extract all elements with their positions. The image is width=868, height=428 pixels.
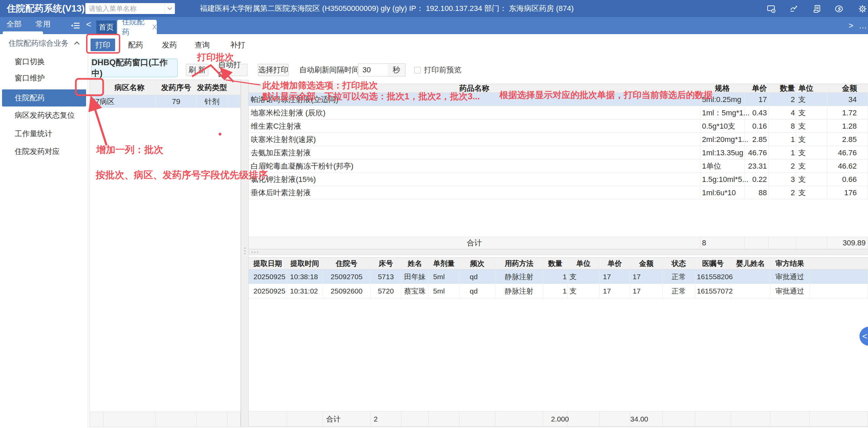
more-ellipsis-icon[interactable]: …: [859, 17, 867, 34]
ward-table-header: 病区名称 发药序号 发药类型: [90, 80, 240, 95]
sign-hand-icon[interactable]: [789, 4, 798, 13]
column-header-amount[interactable]: 金额: [827, 84, 868, 92]
sidebar-item-window-maintain[interactable]: 窗口维护: [0, 71, 88, 86]
close-icon[interactable]: X: [152, 23, 157, 31]
table-row[interactable]: 地塞米松注射液 (辰欣)1ml：5mg*1...0.434支1.72: [249, 106, 868, 119]
totals-count: 8: [700, 237, 745, 249]
totals-label: 合计: [249, 237, 700, 249]
cell: 3: [769, 173, 796, 186]
refresh-button[interactable]: 刷 新: [186, 64, 208, 76]
table-row[interactable]: 垂体后叶素注射液1ml:6u*10882支176: [249, 186, 868, 199]
column-header-filler: [810, 258, 868, 269]
cell: 0.16: [745, 119, 769, 133]
tab-dispense[interactable]: 配药: [128, 39, 143, 51]
menu-tab-all[interactable]: 全部: [6, 17, 22, 31]
column-header-price[interactable]: 单价: [600, 258, 630, 269]
document-icon[interactable]: [813, 4, 822, 13]
sidebar-item-window-switch[interactable]: 窗口切换: [0, 54, 88, 69]
cell: 白眉蛇毒血凝酶冻干粉针(邦亭): [249, 159, 700, 173]
tab-issue[interactable]: 发药: [162, 39, 177, 51]
column-header-dispense-seq[interactable]: 发药序号: [156, 80, 197, 95]
column-header-unit[interactable]: 单位: [796, 84, 827, 92]
column-header-status[interactable]: 状态: [663, 258, 695, 269]
detail-table-totals: 合计 2 2.000 34.00: [249, 411, 868, 427]
floating-collapse-button[interactable]: <: [859, 327, 868, 346]
tab-print[interactable]: 打印: [91, 39, 115, 51]
column-header-frequency[interactable]: 频次: [459, 258, 495, 269]
cell: 0.5g*10支: [700, 119, 745, 133]
column-header-selector[interactable]: [90, 80, 104, 95]
column-header-infant-name[interactable]: 婴儿姓名: [731, 258, 770, 269]
select-print-button[interactable]: 选择打印: [258, 64, 289, 76]
cell: 2: [769, 159, 796, 173]
column-header-ward-name[interactable]: 病区名称: [104, 80, 156, 95]
app-window: 住院配药系统(V13) 请输入菜单名称 福建医科大学附属第二医院东海院区 (H3…: [0, 0, 868, 428]
menu-tab-common[interactable]: 常用: [36, 17, 51, 31]
bottom-scrollbar-strip[interactable]: [89, 427, 868, 428]
sidebar-group-title[interactable]: 住院配药综合业务: [9, 38, 69, 48]
table-row[interactable]: 2025092510:31:02250926005720蔡宝珠5mlqd静脉注射…: [249, 284, 868, 298]
cell: 去氨加压素注射液: [249, 146, 700, 159]
totals-count: 2: [371, 412, 401, 426]
table-row[interactable]: 2025092510:38:18250927055713田年妹5mlqd静脉注射…: [249, 270, 868, 284]
drug-table-body: 帕洛诺司琼注射液(立适同)5ml:0.25mg172支34地塞米松注射液 (辰欣…: [249, 93, 868, 199]
sidebar-item-inpatient-dispensing[interactable]: 住院配药: [2, 89, 86, 106]
cell: 5713: [371, 270, 401, 284]
table-row[interactable]: 去氨加压素注射液1ml:13.35ug46.761支46.76: [249, 146, 868, 159]
table-row[interactable]: 呋塞米注射剂(速尿)2ml:20mg*1...2.851支2.85: [249, 133, 868, 146]
tab-query[interactable]: 查询: [194, 39, 210, 51]
settings-gear-icon[interactable]: [858, 4, 867, 13]
cell: 17: [630, 270, 663, 284]
column-header-admission-no[interactable]: 住院号: [323, 258, 371, 269]
column-header-review-result[interactable]: 审方结果: [770, 258, 810, 269]
menu-collapse-icon[interactable]: [71, 22, 80, 31]
cell: 支: [796, 119, 827, 133]
column-header-qty[interactable]: 数量: [769, 84, 796, 92]
preview-checkbox[interactable]: [414, 67, 421, 73]
column-header-route[interactable]: 用药方法: [495, 258, 543, 269]
dispensing-window-button[interactable]: DHBQ配药窗口(工作中): [91, 59, 178, 77]
totals-label: 合计: [323, 412, 371, 426]
horizontal-splitter[interactable]: [249, 249, 868, 255]
column-header-dispense-type[interactable]: 发药类型: [197, 80, 228, 95]
column-header-amount[interactable]: 金额: [630, 258, 663, 269]
chevron-right-icon[interactable]: >: [849, 17, 853, 34]
annotation-filter-line1: 此处增加筛选选项：打印批次: [262, 80, 378, 91]
auto-print-button[interactable]: 自动打印: [218, 64, 247, 76]
column-header-dose[interactable]: 单剂量: [429, 258, 459, 269]
refresh-interval-input[interactable]: 30: [358, 63, 388, 76]
column-header-qty[interactable]: 数量: [543, 258, 568, 269]
table-row[interactable]: 57病区79针剂: [90, 95, 240, 108]
cell: 蔡宝珠: [401, 284, 429, 298]
column-header-fetch-date[interactable]: 提取日期: [249, 258, 287, 269]
tab-reprint[interactable]: 补打: [230, 39, 246, 51]
vertical-splitter[interactable]: [241, 80, 249, 428]
column-header-order-no[interactable]: 医嘱号: [695, 258, 731, 269]
sidebar-item-dispense-mapping[interactable]: 住院发药对应: [0, 144, 88, 159]
s-badge-icon[interactable]: S: [835, 4, 843, 13]
cell: 支: [796, 146, 827, 159]
workstation-icon[interactable]: [767, 4, 776, 13]
sidebar-item-ward-status-reset[interactable]: 病区发药状态复位: [0, 108, 88, 123]
column-header-fetch-time[interactable]: 提取时间: [287, 258, 323, 269]
table-row[interactable]: 白眉蛇毒血凝酶冻干粉针(邦亭)1单位23.312支46.62: [249, 159, 868, 173]
cell: 支: [796, 106, 827, 119]
ward-table-body: 57病区79针剂: [90, 95, 240, 108]
cell: 1: [543, 270, 568, 284]
column-header-unit[interactable]: 单位: [568, 258, 600, 269]
chevron-up-icon[interactable]: [74, 40, 80, 46]
column-header-bed-no[interactable]: 床号: [371, 258, 401, 269]
table-row[interactable]: 氯化钾注射液(15%)1.5g:10ml*5...0.223支0.66: [249, 173, 868, 186]
tab-home[interactable]: 首页: [96, 20, 116, 34]
annotation-print-batch: 打印批次: [197, 51, 234, 63]
chevron-left-icon[interactable]: <: [86, 17, 91, 31]
tab-inpatient-dispensing[interactable]: 住院配药 X: [117, 20, 157, 34]
cell: 5ml: [429, 270, 459, 284]
chevron-down-icon[interactable]: [164, 3, 175, 14]
column-header-name[interactable]: 姓名: [401, 258, 429, 269]
cell: 46.76: [827, 146, 868, 159]
menu-search-select[interactable]: 请输入菜单名称: [85, 3, 175, 14]
column-header-price[interactable]: 单价: [745, 84, 769, 92]
sidebar-item-workload-stats[interactable]: 工作量统计: [0, 126, 88, 141]
table-row[interactable]: 维生素C注射液0.5g*10支0.168支1.28: [249, 119, 868, 133]
